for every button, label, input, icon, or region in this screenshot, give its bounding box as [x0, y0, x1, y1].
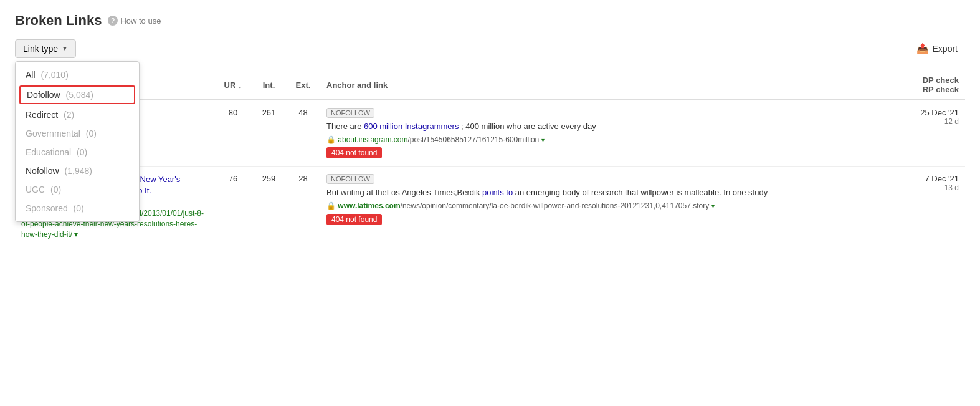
- nofollow-badge-2: NOFOLLOW: [326, 174, 374, 184]
- anchor-text-1: There are 600 million Instagrammers ; 40…: [326, 120, 884, 133]
- dropdown-item-educational-label: Educational: [26, 147, 71, 157]
- anchor-cell-2: NOFOLLOW But writing at theLos Angeles T…: [320, 167, 890, 248]
- anchor-blue-link-1[interactable]: 600 million Instagrammers: [364, 122, 459, 131]
- dropdown-item-dofollow[interactable]: Dofollow (5,084): [19, 85, 135, 104]
- dropdown-arrow-icon: ▼: [62, 45, 68, 52]
- ext-cell-1: 48: [286, 100, 320, 167]
- dropdown-item-all[interactable]: All (7,010): [16, 65, 139, 84]
- help-icon: ?: [108, 16, 118, 26]
- anchor-lock-icon-1: 🔒: [326, 135, 336, 144]
- dropdown-item-educational-count: (0): [74, 147, 87, 157]
- dropdown-item-nofollow[interactable]: Nofollow (1,948): [16, 162, 139, 180]
- col-ext[interactable]: Ext.: [286, 70, 320, 100]
- broken-links-table: UR ↓ Int. Ext. Anchor and link DP check …: [15, 70, 965, 248]
- link-type-dropdown-button[interactable]: Link type ▼: [15, 39, 76, 58]
- anchor-url-1[interactable]: 🔒 about.instagram.com/post/154506585127/…: [326, 135, 884, 145]
- col-anchor: Anchor and link: [320, 70, 890, 100]
- dropdown-item-dofollow-label: Dofollow: [27, 90, 60, 100]
- anchor-url-arrow-2: ▾: [711, 203, 715, 210]
- col-int[interactable]: Int.: [252, 70, 286, 100]
- dropdown-item-sponsored-label: Sponsored: [26, 203, 68, 213]
- dp-date-1: 25 Dec '21: [897, 108, 959, 117]
- int-cell-1: 261: [252, 100, 286, 167]
- anchor-url-text-1: about.instagram.com: [338, 135, 407, 144]
- how-to-use-link[interactable]: ? How to use: [108, 16, 161, 26]
- rp-days-1: 12 d: [897, 117, 959, 126]
- dp-cell-1: 25 Dec '21 12 d: [890, 100, 965, 167]
- export-icon: 📤: [916, 42, 929, 54]
- toolbar: Link type ▼ All (7,010) Dofollow (5,084)…: [15, 39, 965, 58]
- anchor-cell-1: NOFOLLOW There are 600 million Instagram…: [320, 100, 890, 167]
- export-button[interactable]: 📤 Export: [909, 39, 965, 58]
- export-label: Export: [933, 44, 958, 54]
- not-found-badge-1: 404 not found: [326, 147, 382, 158]
- dropdown-item-ugc[interactable]: UGC (0): [16, 180, 139, 199]
- ext-cell-2: 28: [286, 167, 320, 248]
- dropdown-item-sponsored[interactable]: Sponsored (0): [16, 199, 139, 218]
- anchor-lock-icon-2: 🔒: [326, 201, 336, 210]
- anchor-text-2: But writing at theLos Angeles Times,Berd…: [326, 186, 884, 199]
- col-ur[interactable]: UR ↓: [214, 70, 252, 100]
- dropdown-item-governmental-label: Governmental: [26, 128, 80, 138]
- page-title: Broken Links: [15, 12, 102, 29]
- dropdown-item-all-label: All: [26, 70, 36, 80]
- dropdown-item-governmental[interactable]: Governmental (0): [16, 124, 139, 143]
- link-type-dropdown-menu: All (7,010) Dofollow (5,084) Redirect (2…: [15, 61, 140, 222]
- dropdown-item-educational[interactable]: Educational (0): [16, 143, 139, 162]
- ur-cell-1: 80: [214, 100, 252, 167]
- dropdown-item-all-count: (7,010): [39, 70, 69, 80]
- ur-cell-2: 76: [214, 167, 252, 248]
- table-row: te Every Day? The Mind-uld Read 🔒 nardma…: [15, 100, 965, 167]
- url-arrow-2: ▾: [74, 230, 78, 239]
- how-to-use-label: How to use: [120, 16, 161, 26]
- dropdown-item-sponsored-count: (0): [71, 203, 84, 213]
- rp-days-2: 13 d: [897, 183, 959, 192]
- int-cell-2: 259: [252, 167, 286, 248]
- dropdown-item-redirect-label: Redirect: [26, 110, 58, 120]
- page-header: Broken Links ? How to use: [15, 12, 965, 29]
- dropdown-item-ugc-label: UGC: [26, 185, 45, 195]
- not-found-badge-2: 404 not found: [326, 214, 382, 225]
- anchor-url-arrow-1: ▾: [541, 137, 545, 143]
- col-dp-check: DP check RP check: [890, 70, 965, 100]
- dropdown-item-ugc-count: (0): [48, 185, 61, 195]
- dropdown-item-dofollow-count: (5,084): [64, 90, 93, 100]
- anchor-blue-link-2[interactable]: points to: [482, 188, 513, 197]
- nofollow-badge-1: NOFOLLOW: [326, 108, 374, 118]
- link-type-label: Link type: [23, 44, 58, 54]
- dropdown-item-nofollow-label: Nofollow: [26, 166, 59, 176]
- dropdown-item-redirect-count: (2): [61, 110, 74, 120]
- dp-cell-2: 7 Dec '21 13 d: [890, 167, 965, 248]
- dropdown-item-governmental-count: (0): [83, 128, 97, 138]
- dropdown-item-redirect[interactable]: Redirect (2): [16, 105, 139, 124]
- dropdown-item-nofollow-count: (1,948): [62, 166, 92, 176]
- anchor-url-2[interactable]: 🔒 www.latimes.com/news/opinion/commentar…: [326, 201, 884, 211]
- table-header-row: UR ↓ Int. Ext. Anchor and link DP check …: [15, 70, 965, 100]
- anchor-url-domain-2: www.latimes.com: [338, 201, 400, 210]
- dp-date-2: 7 Dec '21: [897, 174, 959, 183]
- la-times-ref: Los Angeles Times: [387, 188, 455, 197]
- table-row: Just 8% of People Achieve Their New Year…: [15, 167, 965, 248]
